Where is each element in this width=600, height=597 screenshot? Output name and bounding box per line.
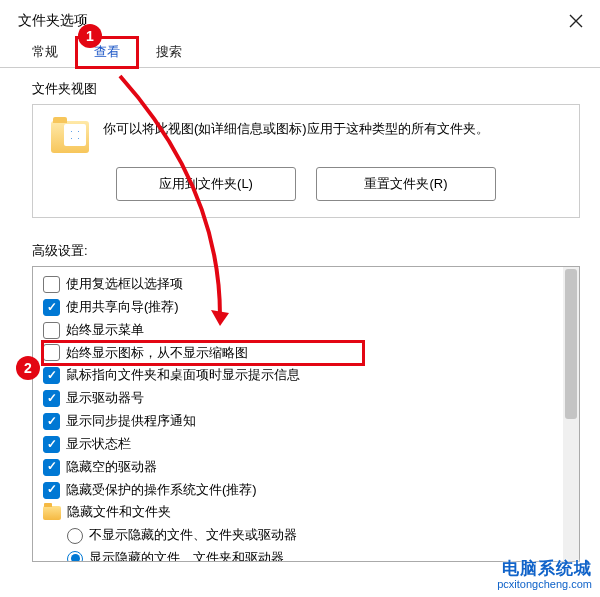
tab-general[interactable]: 常规	[14, 37, 76, 68]
list-item[interactable]: 使用共享向导(推荐)	[43, 296, 559, 319]
item-label: 显示隐藏的文件、文件夹和驱动器	[89, 549, 284, 561]
list-item[interactable]: 隐藏文件和文件夹	[43, 501, 559, 524]
list-item[interactable]: 不显示隐藏的文件、文件夹或驱动器	[43, 524, 559, 547]
item-label: 始终显示图标，从不显示缩略图	[66, 344, 248, 363]
item-label: 显示状态栏	[66, 435, 131, 454]
list-item[interactable]: 显示隐藏的文件、文件夹和驱动器	[43, 547, 559, 561]
window-title: 文件夹选项	[18, 12, 88, 30]
watermark-main: 电脑系统城	[497, 559, 592, 579]
folder-icon	[43, 506, 61, 520]
annotation-2: 2	[16, 356, 40, 380]
list-item[interactable]: 始终显示图标，从不显示缩略图	[43, 342, 363, 365]
checkbox[interactable]	[43, 276, 60, 293]
radio[interactable]	[67, 528, 83, 544]
item-label: 鼠标指向文件夹和桌面项时显示提示信息	[66, 366, 300, 385]
advanced-settings-list: 使用复选框以选择项使用共享向导(推荐)始终显示菜单始终显示图标，从不显示缩略图鼠…	[33, 267, 563, 561]
list-item[interactable]: 显示驱动器号	[43, 387, 559, 410]
apply-to-folders-button[interactable]: 应用到文件夹(L)	[116, 167, 296, 201]
reset-folders-button[interactable]: 重置文件夹(R)	[316, 167, 496, 201]
close-icon	[569, 14, 583, 28]
item-label: 使用共享向导(推荐)	[66, 298, 179, 317]
advanced-settings-label: 高级设置:	[32, 242, 580, 260]
list-item[interactable]: 隐藏受保护的操作系统文件(推荐)	[43, 479, 559, 502]
folder-icon	[51, 121, 89, 153]
list-item[interactable]: 鼠标指向文件夹和桌面项时显示提示信息	[43, 364, 559, 387]
close-button[interactable]	[564, 9, 588, 33]
radio[interactable]	[67, 551, 83, 561]
item-label: 使用复选框以选择项	[66, 275, 183, 294]
folder-view-label: 文件夹视图	[32, 80, 580, 98]
checkbox[interactable]	[43, 322, 60, 339]
item-label: 不显示隐藏的文件、文件夹或驱动器	[89, 526, 297, 545]
list-item[interactable]: 显示同步提供程序通知	[43, 410, 559, 433]
item-label: 显示同步提供程序通知	[66, 412, 196, 431]
item-label: 隐藏受保护的操作系统文件(推荐)	[66, 481, 257, 500]
advanced-settings-box: 使用复选框以选择项使用共享向导(推荐)始终显示菜单始终显示图标，从不显示缩略图鼠…	[32, 266, 580, 562]
checkbox[interactable]	[43, 413, 60, 430]
checkbox[interactable]	[43, 344, 60, 361]
item-label: 隐藏文件和文件夹	[67, 503, 171, 522]
list-item[interactable]: 隐藏空的驱动器	[43, 456, 559, 479]
tab-content: 文件夹视图 你可以将此视图(如详细信息或图标)应用于这种类型的所有文件夹。 应用…	[0, 68, 600, 562]
item-label: 隐藏空的驱动器	[66, 458, 157, 477]
checkbox[interactable]	[43, 482, 60, 499]
scrollbar[interactable]	[563, 267, 579, 561]
scrollbar-thumb[interactable]	[565, 269, 577, 419]
item-label: 显示驱动器号	[66, 389, 144, 408]
list-item[interactable]: 始终显示菜单	[43, 319, 559, 342]
checkbox[interactable]	[43, 299, 60, 316]
folder-view-desc: 你可以将此视图(如详细信息或图标)应用于这种类型的所有文件夹。	[103, 119, 489, 140]
tab-search[interactable]: 搜索	[138, 37, 200, 68]
checkbox[interactable]	[43, 390, 60, 407]
list-item[interactable]: 使用复选框以选择项	[43, 273, 559, 296]
watermark-sub: pcxitongcheng.com	[497, 578, 592, 591]
folder-view-group: 你可以将此视图(如详细信息或图标)应用于这种类型的所有文件夹。 应用到文件夹(L…	[32, 104, 580, 218]
annotation-1: 1	[78, 24, 102, 48]
checkbox[interactable]	[43, 367, 60, 384]
watermark: 电脑系统城 pcxitongcheng.com	[497, 559, 592, 591]
checkbox[interactable]	[43, 436, 60, 453]
item-label: 始终显示菜单	[66, 321, 144, 340]
list-item[interactable]: 显示状态栏	[43, 433, 559, 456]
checkbox[interactable]	[43, 459, 60, 476]
